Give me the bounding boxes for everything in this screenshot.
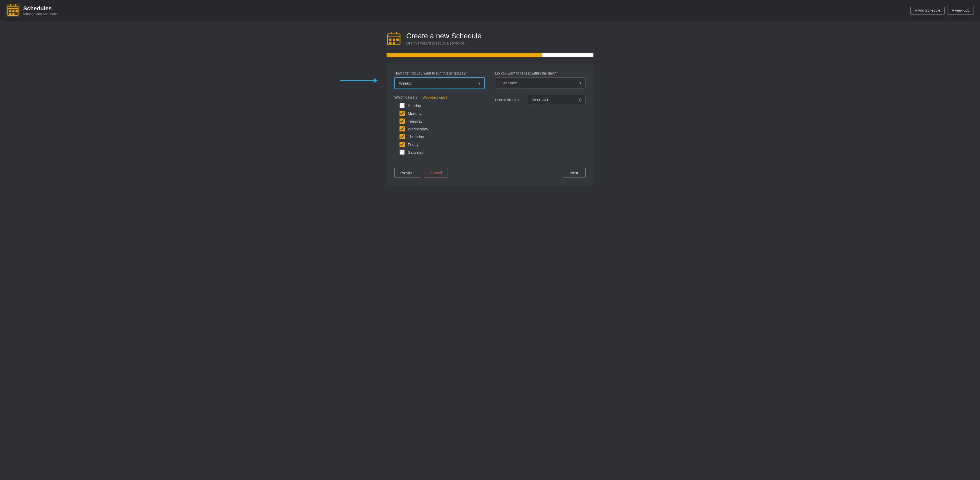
clock-icon: ⊙ [579,97,582,103]
previous-button[interactable]: Previous [395,168,421,178]
wednesday-label: Wednesday [408,127,428,131]
friday-checkbox[interactable] [399,142,405,147]
weekdays-only-link[interactable]: Weekdays only? [423,96,447,99]
arrow-head [374,78,378,83]
svg-rect-2 [8,8,18,9]
list-item: Tuesday [399,118,485,124]
sunday-checkbox[interactable] [399,103,405,108]
thursday-checkbox[interactable] [399,134,405,139]
header-buttons: + Add Schedule ≡ View Job [910,6,974,15]
wizard-card: How often do you want to run this schedu… [387,64,593,185]
saturday-checkbox[interactable] [399,150,405,155]
page-subtitle: Use this wizard to set up a schedule. [406,41,482,45]
list-item: Friday [399,142,485,147]
logo: Schedules Manage Job Schedules. [6,4,59,17]
left-panel: How often do you want to run this schedu… [395,71,485,155]
days-list: Sunday Monday Tuesday [395,103,485,155]
repeat-select-wrapper: Just Once Every 15 Minutes Every 30 Minu… [495,77,585,88]
arrow-line [340,80,374,81]
frequency-select-wrapper: Once Hourly Daily Weekly Monthly ▼ [395,77,485,89]
list-item: Monday [399,111,485,116]
right-panel: Do you want to repeat within the day?* J… [495,71,585,155]
tuesday-label: Tuesday [408,119,423,123]
svg-rect-5 [9,10,11,12]
svg-rect-17 [389,41,391,44]
app-subtitle: Manage Job Schedules. [23,12,59,16]
page-title: Create a new Schedule [406,32,482,40]
logo-icon [6,4,20,17]
thursday-label: Thursday [408,134,424,139]
frequency-select[interactable]: Once Hourly Daily Weekly Monthly [395,77,485,89]
list-item: Wednesday [399,126,485,131]
svg-rect-6 [13,10,14,12]
svg-rect-8 [9,13,11,15]
svg-rect-11 [388,37,400,37]
list-item: Saturday [399,150,485,155]
heading-calendar-icon [387,31,401,46]
frequency-group: How often do you want to run this schedu… [395,71,485,89]
header: Schedules Manage Job Schedules. + Add Sc… [0,0,980,21]
page-heading: Create a new Schedule Use this wizard to… [387,31,593,46]
progress-bar-fill [387,53,542,57]
view-job-button[interactable]: ≡ View Job [947,6,974,15]
svg-rect-9 [13,13,14,15]
days-header: Which day(s)? Weekdays only? [395,95,485,99]
svg-rect-16 [396,38,399,41]
wizard-container: Create a new Schedule Use this wizard to… [387,31,593,185]
tuesday-checkbox[interactable] [399,118,405,124]
monday-label: Monday [408,111,422,116]
list-item: Thursday [399,134,485,139]
svg-rect-15 [393,38,395,41]
friday-label: Friday [408,142,418,147]
progress-bar-container [387,53,593,57]
footer-left-buttons: Previous Cancel [395,168,448,178]
repeat-label: Do you want to repeat within the day?* [495,71,585,75]
cancel-button[interactable]: Cancel [424,168,448,178]
run-time-group: Run at this time ⊙ [495,95,585,105]
add-schedule-button[interactable]: + Add Schedule [910,6,945,15]
main-content: Create a new Schedule Use this wizard to… [0,21,980,196]
wednesday-checkbox[interactable] [399,126,405,131]
saturday-label: Saturday [408,150,423,155]
repeat-group: Do you want to repeat within the day?* J… [495,71,585,88]
wizard-footer: Previous Cancel Next [395,163,585,178]
monday-checkbox[interactable] [399,111,405,116]
days-section: Which day(s)? Weekdays only? Sunday Mond… [395,95,485,155]
arrow-pointer [340,78,378,83]
run-time-label: Run at this time [495,98,523,102]
frequency-label: How often do you want to run this schedu… [395,71,485,75]
app-title: Schedules [23,5,59,12]
days-label: Which day(s)? [395,95,417,99]
next-button[interactable]: Next [563,168,585,178]
list-item: Sunday [399,103,485,108]
run-time-input-wrapper: ⊙ [528,95,585,105]
sunday-label: Sunday [408,104,421,108]
svg-rect-18 [393,41,395,44]
svg-rect-7 [16,10,18,12]
repeat-select[interactable]: Just Once Every 15 Minutes Every 30 Minu… [495,77,585,88]
run-time-input[interactable] [528,95,585,105]
svg-rect-14 [389,38,391,41]
